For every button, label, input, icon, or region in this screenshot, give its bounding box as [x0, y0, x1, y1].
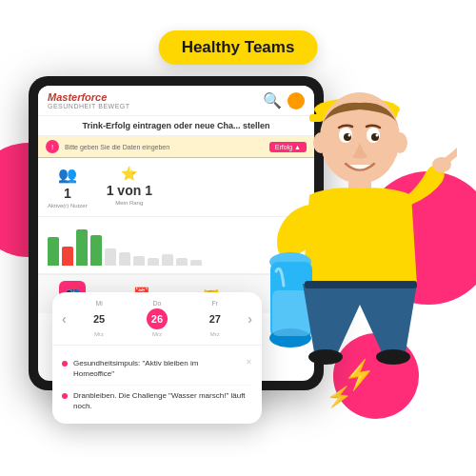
svg-rect-17	[272, 290, 310, 336]
feed-dot-2	[62, 393, 68, 399]
svg-rect-2	[309, 114, 323, 122]
day-name-wed: Mi	[95, 300, 102, 307]
users-icon: 👥	[58, 166, 77, 184]
svg-point-8	[348, 134, 351, 137]
day-month-thu: Mrz	[152, 331, 162, 337]
scene: ⚡ ⚡ Healthy Teams Masterforce GESUNDHEIT…	[0, 0, 476, 476]
person-svg	[257, 57, 457, 419]
prev-arrow[interactable]: ‹	[62, 311, 67, 327]
feed-item-2: Dranbleiben. Die Challenge "Wasser marsc…	[62, 386, 252, 416]
stat-active-users: 👥 1 Aktive(r) Nutzer	[48, 166, 88, 208]
alert-text: Bitte geben Sie die Daten eingeben	[65, 144, 264, 150]
bar-3	[76, 229, 88, 266]
feed-dot-1	[62, 361, 68, 367]
bar-8	[148, 258, 159, 266]
alert-icon: !	[46, 140, 59, 153]
feed-text-2: Dranbleiben. Die Challenge "Wasser marsc…	[73, 390, 252, 411]
bar-4	[90, 235, 102, 266]
day-name-thu: Do	[153, 300, 162, 307]
svg-point-19	[376, 349, 410, 365]
bar-10	[176, 258, 188, 266]
bar-1	[48, 237, 59, 266]
feed-items: Gesundheitsimpuls: "Aktiv bleiben im Hom…	[52, 346, 262, 424]
svg-point-9	[376, 134, 379, 137]
calendar-days: Mi 25 Mrz Do 26 Mrz Fr 27 Mrz	[70, 300, 245, 337]
app-logo: Masterforce	[48, 91, 130, 103]
active-users-label: Aktive(r) Nutzer	[48, 203, 88, 208]
next-arrow[interactable]: ›	[248, 311, 252, 327]
day-month-wed: Mrz	[94, 331, 104, 337]
svg-rect-20	[305, 281, 417, 288]
stat-rank: ⭐ 1 von 1 Mein Rang	[107, 166, 152, 208]
day-name-fri: Fr	[212, 300, 219, 307]
svg-point-10	[313, 132, 328, 153]
bar-7	[133, 256, 145, 266]
star-icon: ⭐	[121, 166, 137, 181]
bar-9	[162, 254, 173, 266]
bar-2	[62, 247, 73, 266]
cal-day-thu: Do 26 Mrz	[147, 300, 168, 337]
healthy-teams-badge: Healthy Teams	[159, 30, 318, 65]
feed-item-1: Gesundheitsimpuls: "Aktiv bleiben im Hom…	[62, 353, 252, 385]
bar-5	[105, 248, 116, 266]
rank-number: 1 von 1	[107, 183, 152, 198]
day-num-26[interactable]: 26	[147, 308, 168, 329]
person-figure	[257, 57, 457, 419]
bar-11	[190, 260, 202, 266]
bar-6	[119, 252, 130, 266]
day-num-27[interactable]: 27	[205, 308, 226, 329]
day-month-fri: Mrz	[210, 331, 220, 337]
feed-text-1: Gesundheitsimpuls: "Aktiv bleiben im Hom…	[73, 358, 240, 379]
app-subtitle: GESUNDHEIT BEWEGT	[48, 103, 130, 109]
feed-close-1[interactable]: ✕	[246, 358, 252, 367]
rank-label: Mein Rang	[115, 200, 143, 206]
calendar-card: ‹ Mi 25 Mrz Do 26 Mrz Fr 27 Mrz ›	[52, 292, 262, 424]
day-num-25[interactable]: 25	[89, 308, 109, 329]
active-users-count: 1	[64, 186, 71, 201]
badge-label: Healthy Teams	[182, 38, 295, 57]
cal-day-fri: Fr 27 Mrz	[205, 300, 226, 337]
cal-day-wed: Mi 25 Mrz	[89, 300, 109, 337]
svg-point-18	[308, 349, 343, 365]
calendar-header: ‹ Mi 25 Mrz Do 26 Mrz Fr 27 Mrz ›	[52, 292, 262, 346]
svg-point-11	[392, 132, 407, 153]
